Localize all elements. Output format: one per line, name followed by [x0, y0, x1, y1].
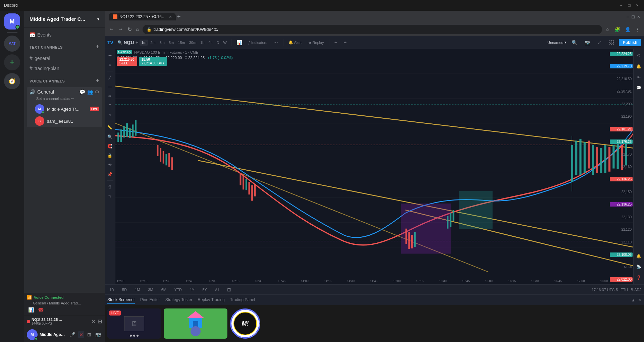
shape-tool[interactable]: ○ — [106, 111, 114, 119]
channel-general[interactable]: # general — [27, 53, 102, 63]
period-1d[interactable]: 1D — [107, 287, 116, 292]
period-ytd[interactable]: YTD — [172, 287, 184, 292]
end-call-btn[interactable]: ☎ — [37, 306, 45, 313]
tab-replay-trading[interactable]: Replay Trading — [198, 296, 225, 304]
chat-icon[interactable]: 💬 — [79, 89, 85, 95]
stop-stream-btn[interactable]: ✕ — [91, 318, 96, 325]
tab-close-btn[interactable]: ✕ — [169, 15, 172, 19]
voice-user-1[interactable]: M Middle Aged Tr... LIVE — [27, 103, 102, 115]
chart-type-btn[interactable]: 📊 — [234, 39, 245, 47]
sell-order[interactable]: 22,215.50SELL — [117, 57, 137, 66]
explore-icon[interactable]: 🧭 — [4, 73, 20, 89]
server-icon-community[interactable]: MAT — [4, 36, 20, 52]
close-btn[interactable]: × — [635, 3, 640, 8]
undo-btn[interactable]: ↩ — [332, 39, 340, 46]
settings-icon[interactable]: ⚙ — [95, 89, 99, 95]
add-channel-btn[interactable]: + — [96, 44, 99, 51]
draw-tool[interactable]: ✏ — [106, 92, 114, 100]
period-5d[interactable]: 5D — [120, 287, 129, 292]
minimize-btn[interactable]: − — [619, 3, 624, 8]
footer-close[interactable]: ✕ — [638, 298, 641, 302]
period-1y[interactable]: 1Y — [188, 287, 196, 292]
maximize-btn[interactable]: □ — [627, 3, 632, 8]
stream-settings-btn[interactable]: ⊞ — [98, 318, 102, 325]
period-1m[interactable]: 1M — [133, 287, 142, 292]
stream-thumb-screen[interactable]: 🖥 LIVE — [107, 308, 161, 339]
star-tool[interactable]: ☆ — [106, 192, 114, 200]
magnet-tool[interactable]: 🧲 — [106, 142, 114, 150]
mute-btn[interactable]: 🎤 — [68, 331, 76, 338]
browser-maximize-btn[interactable]: □ — [632, 14, 634, 19]
events-item[interactable]: 📅 Events — [27, 30, 102, 40]
back-btn[interactable]: ← — [107, 25, 115, 34]
tf-1m[interactable]: 1m — [140, 40, 148, 46]
layout-icon-btn[interactable]: ⊞ — [225, 286, 233, 293]
publish-btn[interactable]: Publish — [619, 39, 641, 46]
tf-15m[interactable]: 15m — [176, 40, 186, 46]
pin-tool[interactable]: 📌 — [106, 170, 114, 178]
replay-btn[interactable]: ⏮ Replay — [305, 39, 326, 46]
cursor-tool[interactable]: ✛ — [106, 52, 114, 60]
tv-unnamed-layout[interactable]: Unnamed ▾ — [547, 40, 567, 45]
templates-btn[interactable]: ⋯ — [271, 39, 280, 47]
deafen-btn[interactable]: ✕ — [78, 331, 84, 338]
camera-capture-btn[interactable]: 📷 — [582, 39, 593, 47]
new-tab-btn[interactable]: + — [177, 13, 181, 20]
server-icon-main[interactable]: M — [4, 13, 20, 30]
zoom-chart-tool[interactable]: 🔍 — [106, 133, 114, 141]
address-bar[interactable]: 🔒 tradingview.com/chart/KW9de4t0/ — [143, 25, 602, 34]
tab-strategy-tester[interactable]: Strategy Tester — [165, 296, 192, 304]
tf-w[interactable]: W — [222, 40, 228, 46]
buy-order[interactable]: 18.5022,214.00 BUY — [139, 57, 167, 66]
redo-btn[interactable]: ↪ — [341, 39, 349, 46]
profile-btn[interactable]: 👤 — [624, 25, 632, 34]
right-tool-1[interactable]: ⏱ — [635, 52, 643, 60]
camera-btn[interactable]: 📷 — [94, 331, 102, 338]
right-tool-2[interactable]: 🔔 — [635, 62, 643, 70]
tf-d[interactable]: D — [215, 40, 221, 46]
refresh-btn[interactable]: ↻ — [126, 25, 133, 34]
server-header[interactable]: Middle Aged Trader C... ▾ — [24, 11, 105, 27]
forward-btn[interactable]: → — [117, 25, 125, 34]
user-settings-btn[interactable]: ⊞ — [86, 331, 92, 338]
right-tool-6[interactable]: 📡 — [635, 263, 643, 271]
period-all[interactable]: All — [213, 287, 221, 292]
trash-tool[interactable]: 🗑 — [106, 183, 114, 191]
text-tool[interactable]: T — [106, 102, 114, 110]
right-tool-7[interactable]: ❓ — [635, 274, 643, 282]
horizontal-line-tool[interactable]: — — [106, 83, 114, 91]
tf-1h[interactable]: 1h — [199, 40, 206, 46]
tv-symbol-btn[interactable]: 🔍 NQ1! + — [117, 40, 138, 45]
text-channels-section[interactable]: TEXT CHANNELS + — [27, 42, 102, 52]
tf-3m[interactable]: 3m — [158, 40, 166, 46]
tab-trading-panel[interactable]: Trading Panel — [230, 296, 255, 304]
extensions-btn[interactable]: 🧩 — [613, 25, 622, 34]
footer-chevron-up[interactable]: ▲ — [631, 298, 635, 302]
tab-pine-editor[interactable]: Pine Editor — [140, 296, 160, 304]
tf-30m[interactable]: 30m — [187, 40, 198, 46]
lock-tool[interactable]: 🔒 — [106, 152, 114, 160]
home-btn[interactable]: ⌂ — [135, 25, 141, 34]
tf-5m[interactable]: 5m — [167, 40, 175, 46]
right-tool-3[interactable]: ⇤ — [635, 73, 643, 81]
right-tool-5[interactable]: 🔔 — [635, 252, 643, 260]
tv-add-compare-btn[interactable]: + — [136, 40, 138, 45]
measure-tool[interactable]: 📏 — [106, 123, 114, 131]
voice-user-2[interactable]: S sam_lee1981 — [27, 115, 102, 127]
stream-thumb-house[interactable] — [164, 308, 227, 339]
alert-btn[interactable]: 🔔 Alert — [286, 39, 304, 46]
eye-tool[interactable]: 👁 — [106, 161, 114, 169]
add-voice-btn[interactable]: + — [96, 77, 99, 84]
browser-minimize-btn[interactable]: − — [626, 14, 629, 19]
disconnect-audio-btn[interactable]: 📊 — [27, 306, 35, 313]
chart-main[interactable]: NASDAQ NASDAQ 100 E-mini Futures · 1 · C… — [115, 49, 633, 284]
trend-line-tool[interactable]: ╱ — [106, 73, 114, 81]
voice-channel-header[interactable]: 🔊 General 💬 👥 ⚙ — [27, 87, 102, 97]
browser-close-btn[interactable]: × — [637, 14, 640, 19]
voice-channels-section[interactable]: VOICE CHANNELS + — [27, 76, 102, 86]
indicators-btn[interactable]: ƒ Indicators — [246, 39, 270, 46]
right-tool-4[interactable]: 💬 — [635, 84, 643, 92]
add-server-btn[interactable]: + — [4, 54, 20, 70]
move-tool[interactable]: ✥ — [106, 61, 114, 69]
period-6m[interactable]: 6M — [159, 287, 168, 292]
